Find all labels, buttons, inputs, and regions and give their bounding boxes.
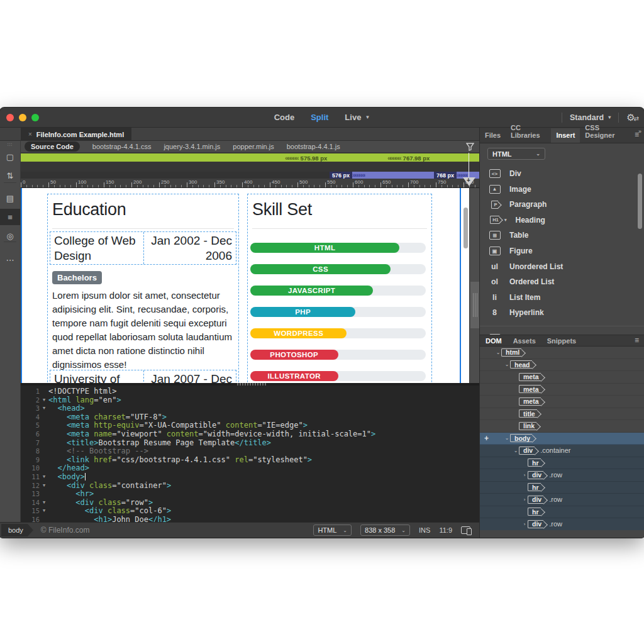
dom-node-div.container[interactable]: ⌄div.container [480,445,644,457]
panel-menu-icon[interactable]: ≡ [630,127,644,143]
dom-tag-pill[interactable]: body [510,434,532,442]
live-view-button[interactable]: Live▼ [345,113,370,122]
skill-bar-track[interactable]: WORDPRESS [250,328,426,338]
min-width-media-query-bar[interactable]: 576 px »»»»»» 768 px »»»»» [330,172,479,179]
dom-node-hr[interactable]: hr [480,506,644,519]
skill-bar-track[interactable]: JAVASCRIPT [250,286,426,296]
dom-panel-tab-dom[interactable]: DOM [480,335,508,347]
maximize-window-icon[interactable] [31,114,39,121]
code-line[interactable]: 3▼ <head> [21,404,479,413]
live-code-icon[interactable]: ▤ [0,190,20,206]
skill-bar-track[interactable]: ILLUSTRATOR [250,371,426,381]
dom-tag-pill[interactable]: meta [519,385,541,393]
code-line[interactable]: 11▼ <body> [21,473,479,482]
chevron-down-icon[interactable]: ▾ [504,218,507,223]
code-line[interactable]: 16 <h1>John Doe</h1> [21,516,479,522]
live-view-scrollbar[interactable] [464,208,468,248]
tree-expander-icon[interactable]: › [521,472,528,478]
code-line[interactable]: 14▼ <div class="row"> [21,499,479,508]
panel-tab-css-designer[interactable]: CSS Designer [580,121,630,143]
code-line[interactable]: 15▼ <div class="col-6"> [21,507,479,516]
code-view-button[interactable]: Code [274,113,295,122]
code-fold-icon[interactable]: ▼ [40,499,48,508]
insert-category-dropdown[interactable]: HTML⌄ [487,148,545,160]
dom-tag-pill[interactable]: hr [528,458,541,467]
insert-item-div[interactable]: <>Div [480,166,644,181]
insert-item-image[interactable]: ▲Image [480,182,644,197]
real-time-preview-icon[interactable] [461,526,470,534]
tree-expander-icon[interactable]: ⌄ [504,362,510,367]
close-tab-icon[interactable]: × [28,131,32,138]
dom-node-hr[interactable]: hr [480,457,644,470]
tree-expander-icon[interactable]: ⌄ [495,350,501,355]
dom-tag-pill[interactable]: meta [519,373,541,381]
max-width-marker[interactable]: «««««575.98 px [285,153,327,162]
tree-expander-icon[interactable]: › [521,521,528,527]
insert-item-unordered-list[interactable]: ulUnordered List [480,259,644,274]
code-fold-icon[interactable]: ▼ [40,473,48,482]
code-fold-icon[interactable]: ▼ [40,482,48,491]
doc-type-dropdown[interactable]: HTML⌄ [313,525,352,536]
dom-node-meta[interactable]: meta [480,371,644,384]
insert-item-heading[interactable]: H1▾Heading [480,213,644,228]
dom-node-head[interactable]: ⌄head [480,359,644,372]
code-line[interactable]: 2▼<html lang="en"> [21,396,479,405]
related-file[interactable]: bootstrap-4.4.1.css [92,143,152,150]
code-fold-icon[interactable]: ▼ [40,404,48,413]
dom-tag-pill[interactable]: hr [528,483,541,491]
education-entry[interactable]: University of Jan 2007 - Dec [50,370,236,383]
split-view-button[interactable]: Split [311,113,328,122]
panel-overflow-icon[interactable]: » [638,128,641,135]
dom-panel-tab-assets[interactable]: Assets [508,335,541,347]
panel-tab-files[interactable]: Files [480,128,506,143]
splitter-grabber[interactable] [470,282,479,328]
dom-node-div.row[interactable]: ›div.row [480,469,644,482]
add-media-query-icon[interactable]: + [467,177,470,184]
tree-expander-icon[interactable]: › [521,497,528,502]
dom-tag-pill[interactable]: div [528,496,543,504]
code-line[interactable]: 1<!DOCTYPE html> [21,387,479,396]
dom-node-title[interactable]: title [480,408,644,421]
insert-item-ordered-list[interactable]: olOrdered List [480,274,644,289]
toolbar-grip[interactable]: •••••• [0,143,20,147]
panel-tab-insert[interactable]: Insert [551,128,580,143]
dom-tag-pill[interactable]: div [528,471,543,479]
dom-node-html[interactable]: ⌄html [480,347,644,359]
filter-funnel-icon[interactable] [466,143,474,151]
related-file[interactable]: jquery-3.4.1.min.js [164,143,220,150]
dom-tag-pill[interactable]: hr [528,508,541,516]
code-line[interactable]: 6 <meta name="viewport" content="width=d… [21,430,479,439]
max-width-media-query-bar[interactable]: «««««575.98 px«««««767.98 px [21,153,479,162]
window-size-dropdown[interactable]: 838 x 358⌄ [360,525,410,536]
skills-column[interactable]: Skill Set HTMLCSSJAVASCRIPTPHPWORDPRESSP… [247,194,432,383]
dom-panel-tab-snippets[interactable]: Snippets [541,335,582,347]
dom-node-meta[interactable]: meta [480,384,644,396]
code-fold-icon[interactable]: ▼ [40,396,48,405]
skill-bar-track[interactable]: PHOTOSHOP [250,350,426,360]
min-width-marker[interactable]: 576 px »»»»»» [330,172,365,179]
dom-tag-pill[interactable]: meta [519,397,541,406]
skill-bar-track[interactable]: HTML [250,243,426,253]
code-line[interactable]: 5 <meta http-equiv="X-UA-Compatible" con… [21,421,479,430]
dom-node-body[interactable]: +⌄body [480,433,644,445]
insert-item-figure[interactable]: ▣Figure [480,243,644,258]
panel-tab-cc-libraries[interactable]: CC Libraries [506,121,551,143]
related-file[interactable]: bootstrap-4.4.1.js [287,143,340,150]
insert-item-table[interactable]: ⊞Table [480,228,644,243]
live-view-canvas[interactable]: Education College of Web Design Jan 2002… [21,188,469,383]
dom-tag-pill[interactable]: div [528,520,543,528]
max-width-marker[interactable]: «««««767.98 px [387,153,430,162]
dom-node-meta[interactable]: meta [480,396,644,408]
code-line[interactable]: 8 <!-- Bootstrap --> [21,447,479,456]
code-line[interactable]: 10 </head> [21,464,479,473]
code-line[interactable]: 9 <link href="css/bootstrap-4.4.1.css" r… [21,456,479,465]
insert-item-paragraph[interactable]: PParagraph [480,197,644,212]
tag-selector-body[interactable]: body [1,524,33,536]
dom-node-link[interactable]: link [480,420,644,433]
horizontal-ruler[interactable]: 0501001502002503003504004505005506006507… [21,179,479,188]
education-column[interactable]: Education College of Web Design Jan 2002… [47,194,239,383]
tree-expander-icon[interactable]: ⌄ [513,448,519,453]
insert-item-list-item[interactable]: liList Item [480,290,644,305]
related-file-source-code[interactable]: Source Code [25,142,80,152]
dom-node-hr[interactable]: hr [480,482,644,494]
